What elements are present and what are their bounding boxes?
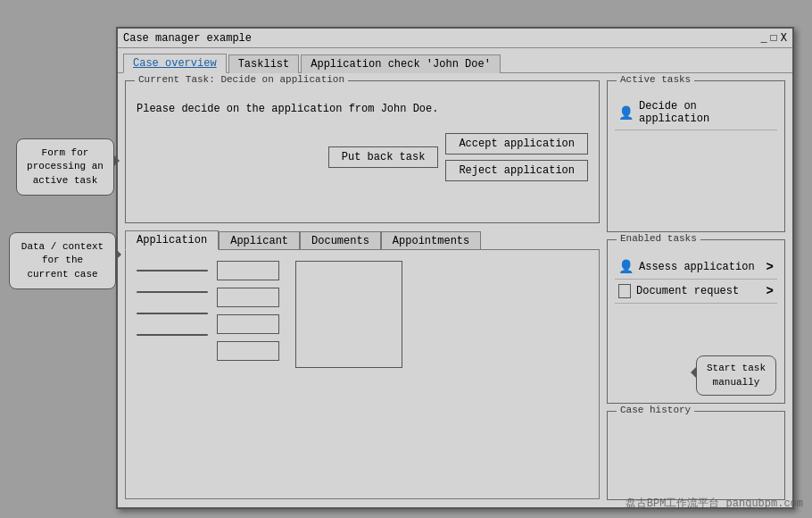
doc-icon <box>618 284 631 298</box>
chevron-icon-2: > <box>766 284 774 298</box>
callout-data: Data / context for the current case <box>9 232 116 289</box>
form-input-4[interactable] <box>217 341 279 361</box>
tab-tasklist[interactable]: Tasklist <box>228 54 300 73</box>
enabled-task-item-2[interactable]: Document request > <box>615 280 777 304</box>
label-line-1 <box>137 270 208 272</box>
form-input-2[interactable] <box>217 288 279 307</box>
case-history-section: Case history <box>607 411 785 500</box>
app-tab-documents[interactable]: Documents <box>300 231 381 250</box>
active-tasks-section: Active tasks 👤 Decide on application <box>607 80 785 232</box>
task-actions: Put back task Accept application Reject … <box>137 133 588 181</box>
reject-application-button[interactable]: Reject application <box>445 160 588 181</box>
chevron-icon-1: > <box>766 260 774 274</box>
form-textarea[interactable] <box>295 261 402 368</box>
left-panel: Current Task: Decide on application Plea… <box>125 80 600 500</box>
active-task-item-left: 👤 Decide on application <box>618 100 774 125</box>
enabled-task-item-1[interactable]: 👤 Assess application > <box>615 255 777 280</box>
active-task-item: 👤 Decide on application <box>615 96 777 130</box>
app-tab-application[interactable]: Application <box>125 230 219 250</box>
form-inputs <box>217 261 279 368</box>
app-tabs: Application Applicant Documents Appointm… <box>125 230 600 250</box>
enabled-task-1-left: 👤 Assess application <box>618 259 755 274</box>
application-tabs-container: Application Applicant Documents Appointm… <box>125 230 600 500</box>
active-tasks-label: Active tasks <box>617 74 694 85</box>
current-task-section: Current Task: Decide on application Plea… <box>125 80 600 223</box>
label-line-2 <box>137 291 208 293</box>
enabled-task-1-label: Assess application <box>639 261 755 273</box>
label-line-4 <box>137 334 208 336</box>
form-rows <box>137 261 588 368</box>
window-title: Case manager example <box>123 32 252 45</box>
callout-start-task: Start task manually <box>696 355 776 396</box>
tab-application-check[interactable]: Application check 'John Doe' <box>301 54 501 73</box>
enabled-tasks-label: Enabled tasks <box>617 233 700 244</box>
title-bar: Case manager example _ □ X <box>118 29 792 48</box>
minimize-button[interactable]: _ <box>760 32 766 45</box>
watermark: 盘古BPM工作流平台 pangubpm.com <box>626 496 803 511</box>
close-button[interactable]: X <box>781 32 787 45</box>
form-input-3[interactable] <box>217 314 279 334</box>
put-back-task-button[interactable]: Put back task <box>328 146 439 168</box>
right-panel: Active tasks 👤 Decide on application Ena… <box>607 80 785 500</box>
person-icon-2: 👤 <box>618 259 634 274</box>
accept-application-button[interactable]: Accept application <box>445 133 588 155</box>
enabled-task-2-label: Document request <box>636 285 739 297</box>
app-content-area <box>125 249 600 499</box>
callout-form: Form for processing an active task <box>16 138 114 196</box>
form-input-1[interactable] <box>217 261 279 280</box>
maximize-button[interactable]: □ <box>771 32 777 45</box>
person-icon: 👤 <box>618 105 634 121</box>
enabled-task-2-left: Document request <box>618 284 739 298</box>
content-area: Current Task: Decide on application Plea… <box>118 73 792 507</box>
nav-tabs: Case overview Tasklist Application check… <box>118 48 792 73</box>
label-line-3 <box>137 313 208 314</box>
tab-case-overview[interactable]: Case overview <box>123 54 227 73</box>
case-history-label: Case history <box>617 405 694 415</box>
active-task-label: Decide on application <box>639 100 774 125</box>
app-tab-appointments[interactable]: Appointments <box>381 231 481 250</box>
window-controls[interactable]: _ □ X <box>760 32 787 45</box>
app-tab-applicant[interactable]: Applicant <box>219 231 300 250</box>
main-window: Case manager example _ □ X Case overview… <box>116 27 794 509</box>
current-task-label: Current Task: Decide on application <box>135 74 348 85</box>
current-task-description: Please decide on the application from Jo… <box>137 103 588 115</box>
form-labels <box>137 261 208 368</box>
